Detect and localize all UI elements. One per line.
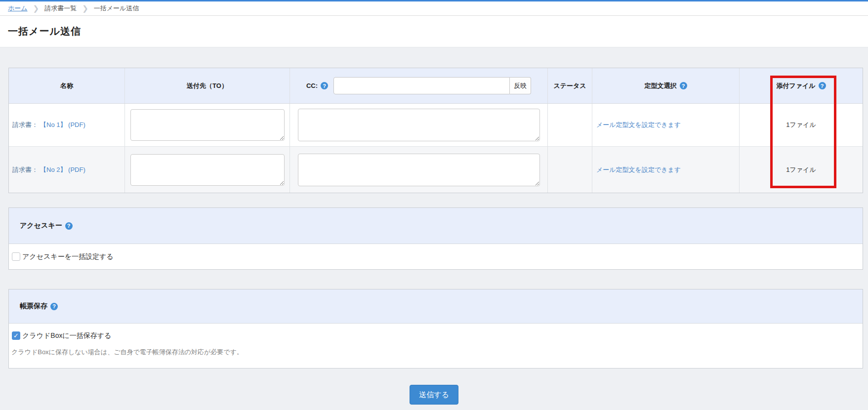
attachment-header-label: 添付ファイル <box>776 82 815 90</box>
status-cell <box>547 147 592 193</box>
column-header-cc: CC: ? 反映 <box>289 68 547 103</box>
cc-textarea-row-1[interactable] <box>298 109 540 141</box>
breadcrumb-item-invoice-list: 請求書一覧 <box>44 4 77 13</box>
cc-help-icon[interactable]: ? <box>321 82 328 89</box>
breadcrumb-home-link[interactable]: ホーム <box>8 4 28 13</box>
cc-textarea-row-2[interactable] <box>298 154 540 186</box>
attachment-help-icon[interactable]: ? <box>819 82 826 89</box>
template-cell: メール定型文を設定できます <box>592 104 739 146</box>
report-save-title: 帳票保存 <box>20 302 47 311</box>
column-header-name: 名称 <box>9 68 124 103</box>
bulk-mail-table: 名称 送付先（TO） CC: ? 反映 ステータス 定型文選択 ? 添付ファイル… <box>8 68 863 193</box>
attachment-cell: 1ファイル <box>739 147 863 193</box>
report-save-help-icon[interactable]: ? <box>50 303 58 310</box>
cc-bulk-input[interactable] <box>333 77 510 94</box>
report-save-checkbox-row: クラウドBoxに一括保存する <box>9 324 863 348</box>
report-save-header: 帳票保存 ? <box>9 289 863 324</box>
breadcrumb-chevron-icon: ❯ <box>33 4 40 13</box>
invoice-name-prefix: 請求書： <box>12 121 38 129</box>
column-header-template: 定型文選択 ? <box>592 68 739 103</box>
access-key-section: アクセスキー ? アクセスキーを一括設定する <box>8 207 863 270</box>
title-band: 一括メール送信 <box>0 16 868 47</box>
column-header-to: 送付先（TO） <box>124 68 289 103</box>
status-cell <box>547 104 592 146</box>
mail-template-link-row-1[interactable]: メール定型文を設定できます <box>596 121 681 129</box>
attachment-count-row-1: 1ファイル <box>786 121 816 129</box>
invoice-pdf-link[interactable]: 【No 1】 (PDF) <box>40 121 85 129</box>
breadcrumb-item-current: 一括メール送信 <box>94 4 139 13</box>
template-cell: メール定型文を設定できます <box>592 147 739 193</box>
table-header-row: 名称 送付先（TO） CC: ? 反映 ステータス 定型文選択 ? 添付ファイル… <box>9 68 863 104</box>
invoice-pdf-link[interactable]: 【No 2】 (PDF) <box>40 165 85 174</box>
cc-cell <box>289 104 547 146</box>
template-help-icon[interactable]: ? <box>680 82 687 89</box>
mail-template-link-row-2[interactable]: メール定型文を設定できます <box>596 165 681 174</box>
invoice-name-cell: 請求書： 【No 2】 (PDF) <box>9 147 124 193</box>
access-key-help-icon[interactable]: ? <box>65 222 73 230</box>
report-save-note: クラウドBoxに保存しない場合は、ご自身で電子帳簿保存法の対応が必要です。 <box>9 348 863 368</box>
attachment-count-row-2: 1ファイル <box>786 165 816 174</box>
to-textarea-row-1[interactable] <box>130 109 285 141</box>
cloud-box-checkbox-label[interactable]: クラウドBoxに一括保存する <box>22 331 111 340</box>
send-button[interactable]: 送信する <box>410 385 458 405</box>
to-cell <box>124 104 289 146</box>
attachment-cell: 1ファイル <box>739 104 863 146</box>
cc-apply-button[interactable]: 反映 <box>510 77 531 94</box>
access-key-checkbox[interactable] <box>12 252 20 261</box>
invoice-name-prefix: 請求書： <box>12 165 38 174</box>
access-key-body: アクセスキーを一括設定する <box>9 244 863 269</box>
cc-label: CC: <box>306 82 318 89</box>
to-cell <box>124 147 289 193</box>
to-textarea-row-2[interactable] <box>130 154 285 186</box>
table-row: 請求書： 【No 2】 (PDF) メール定型文を設定できます 1ファイル <box>9 147 863 193</box>
invoice-name-cell: 請求書： 【No 1】 (PDF) <box>9 104 124 146</box>
breadcrumb: ホーム ❯ 請求書一覧 ❯ 一括メール送信 <box>0 1 868 16</box>
breadcrumb-chevron-icon: ❯ <box>82 4 88 13</box>
access-key-header: アクセスキー ? <box>9 208 863 244</box>
table-row: 請求書： 【No 1】 (PDF) メール定型文を設定できます 1ファイル <box>9 104 863 147</box>
column-header-status: ステータス <box>547 68 592 103</box>
page-title: 一括メール送信 <box>8 25 81 38</box>
access-key-title: アクセスキー <box>20 221 62 230</box>
access-key-checkbox-label[interactable]: アクセスキーを一括設定する <box>22 252 114 261</box>
cloud-box-checkbox[interactable] <box>12 331 20 340</box>
report-save-section: 帳票保存 ? クラウドBoxに一括保存する クラウドBoxに保存しない場合は、ご… <box>8 289 863 369</box>
cc-cell <box>289 147 547 193</box>
column-header-attachment: 添付ファイル ? <box>739 68 863 103</box>
submit-row: 送信する <box>0 385 868 405</box>
template-header-label: 定型文選択 <box>645 82 677 90</box>
